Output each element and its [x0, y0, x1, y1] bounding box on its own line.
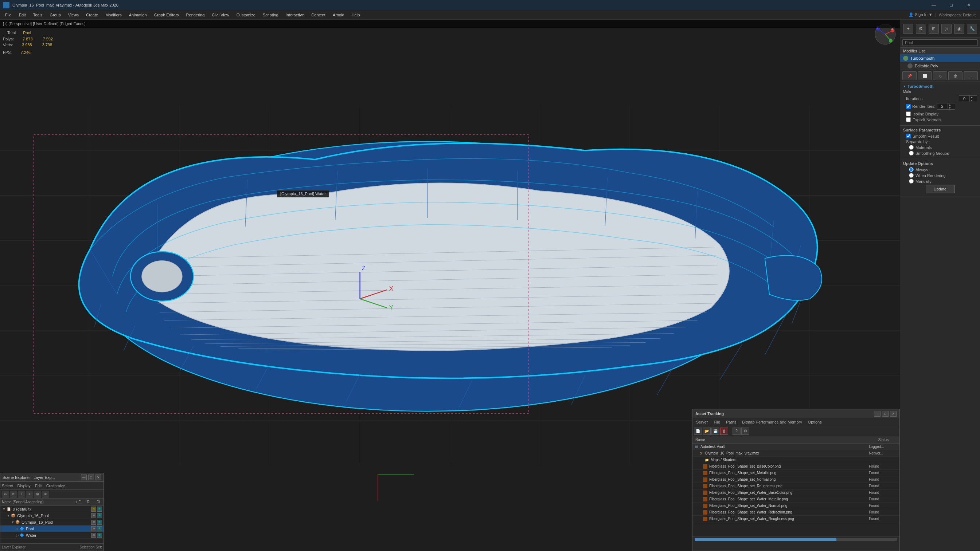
at-new-btn[interactable]: 📄 [694, 427, 702, 435]
at-item-metallic[interactable]: Fiberglass_Pool_Shape_set_Metallic.png F… [692, 470, 899, 476]
iterations-up[interactable]: ▲ [970, 95, 974, 99]
at-close-btn[interactable]: ✕ [890, 411, 897, 417]
utilities-panel-btn[interactable]: 🔧 [967, 24, 977, 34]
at-menu-paths[interactable]: Paths [724, 419, 738, 425]
render-iters-up[interactable]: ▲ [948, 103, 952, 106]
show-end-result-btn[interactable]: ⬜ [918, 71, 932, 80]
at-menu-file[interactable]: File [712, 419, 722, 425]
menu-modifiers[interactable]: Modifiers [102, 12, 126, 18]
se-restore-btn[interactable]: □ [88, 475, 94, 480]
smooth-result-checkbox[interactable] [906, 133, 911, 138]
se-add-layer-btn[interactable]: + [18, 491, 25, 497]
object-search-input[interactable] [902, 39, 978, 46]
se-filter-btn[interactable]: ⊘ [2, 491, 9, 497]
se-tab-edit[interactable]: Edit [35, 484, 42, 488]
at-menu-server[interactable]: Server [695, 419, 709, 425]
render-iters-arrows[interactable]: ▲ ▼ [948, 103, 952, 110]
menu-scripting[interactable]: Scripting [259, 12, 282, 18]
se-options-btn[interactable]: ≡ [26, 491, 33, 497]
se-item-default-layer[interactable]: ▼ 📋 0 (default) ☀ 👁 [0, 506, 103, 512]
smoothing-groups-radio[interactable] [909, 151, 914, 156]
at-menu-bitmap[interactable]: Bitmap Performance and Memory [741, 419, 803, 425]
at-item-normal[interactable]: Fiberglass_Pool_Shape_set_Normal.png Fou… [692, 476, 899, 483]
se-cols-btn[interactable]: ⊞ [34, 491, 41, 497]
at-menu-options[interactable]: Options [807, 419, 823, 425]
se-tab-select[interactable]: Select [2, 484, 13, 488]
isoline-display-checkbox[interactable] [906, 111, 911, 116]
pin-stack-btn[interactable]: 📌 [902, 71, 916, 80]
menu-rendering[interactable]: Rendering [183, 12, 208, 18]
minimize-button[interactable]: — [925, 0, 942, 10]
menu-help[interactable]: Help [348, 12, 364, 18]
at-item-roughness[interactable]: Fiberglass_Pool_Shape_set_Roughness.png … [692, 483, 899, 489]
close-button[interactable]: ✕ [960, 0, 977, 10]
menu-interactive[interactable]: Interactive [282, 12, 308, 18]
configure-modifier-btn[interactable]: ⋯ [964, 71, 978, 80]
at-item-water-basecolor[interactable]: Fiberglass_Pool_Shape_set_Water_BaseColo… [692, 489, 899, 496]
create-panel-btn[interactable]: ✦ [903, 24, 913, 34]
menu-create[interactable]: Create [83, 12, 102, 18]
menu-views[interactable]: Views [65, 12, 83, 18]
make-unique-btn[interactable]: ◇ [933, 71, 947, 80]
se-freeze-btn[interactable]: ❄ [42, 491, 49, 497]
se-item-pool[interactable]: ▷ 🔷 Pool ❄ 👁 [0, 526, 103, 532]
at-settings-btn[interactable]: ⚙ [741, 427, 749, 435]
at-delete-btn[interactable]: 🗑 [720, 427, 728, 435]
motion-panel-btn[interactable]: ▷ [941, 24, 951, 34]
se-item-olympia-pool-group[interactable]: ▼ 📦 Olympia_16_Pool ❄ 👁 [0, 512, 103, 519]
display-panel-btn[interactable]: ◉ [954, 24, 964, 34]
menu-tools[interactable]: Tools [30, 12, 46, 18]
at-item-water-normal[interactable]: Fiberglass_Pool_Shape_set_Water_Normal.p… [692, 503, 899, 509]
modifier-turbosmooth[interactable]: TurboSmooth [900, 55, 980, 62]
at-item-water-roughness[interactable]: Fiberglass_Pool_Shape_set_Water_Roughnes… [692, 516, 899, 522]
se-item-olympia-pool[interactable]: ▼ 📦 Olympia_16_Pool ❄ 👁 [0, 519, 103, 526]
se-tab-display[interactable]: Display [18, 484, 30, 488]
modifier-editable-poly[interactable]: Editable Poly [900, 62, 980, 70]
at-help-btn[interactable]: ? [733, 427, 741, 435]
at-item-basecolor[interactable]: Fiberglass_Pool_Shape_set_BaseColor.png … [692, 463, 899, 470]
modifier-eye-icon[interactable] [903, 56, 908, 61]
remove-modifier-btn[interactable]: 🗑 [948, 71, 963, 80]
at-open-btn[interactable]: 📂 [703, 427, 711, 435]
maximize-button[interactable]: □ [943, 0, 959, 10]
materials-radio[interactable] [909, 145, 914, 150]
explicit-normals-checkbox[interactable] [906, 117, 911, 122]
se-tab-customize[interactable]: Customize [46, 484, 65, 488]
editable-poly-eye-icon[interactable] [907, 64, 913, 68]
at-save-btn[interactable]: 💾 [711, 427, 719, 435]
iterations-spinner[interactable]: ▲ ▼ [959, 95, 977, 102]
at-restore-btn[interactable]: □ [882, 411, 889, 417]
hierarchy-panel-btn[interactable]: ⊞ [929, 24, 939, 34]
when-rendering-radio[interactable] [909, 173, 914, 178]
manually-radio[interactable] [909, 179, 914, 184]
menu-group[interactable]: Group [46, 12, 65, 18]
sign-in-button[interactable]: 👤 Sign In ▼ [906, 13, 935, 17]
at-item-autodesk-vault[interactable]: 🏛 Autodesk Vault Logged... [692, 443, 899, 450]
at-item-maps-folder[interactable]: 📁 Maps / Shaders [692, 457, 899, 463]
menu-edit[interactable]: Edit [15, 12, 30, 18]
at-minimize-btn[interactable]: — [874, 411, 880, 417]
menu-customize[interactable]: Customize [233, 12, 259, 18]
render-iters-input[interactable] [937, 104, 948, 108]
se-close-btn[interactable]: ✕ [95, 475, 101, 480]
modify-panel-btn[interactable]: ⚙ [916, 24, 926, 34]
menu-civil-view[interactable]: Civil View [208, 12, 232, 18]
se-item-water[interactable]: ▷ 🔷 Water ❄ 👁 [0, 532, 103, 538]
iterations-down[interactable]: ▼ [970, 99, 974, 102]
menu-file[interactable]: File [2, 12, 15, 18]
menu-graph-editors[interactable]: Graph Editors [151, 12, 183, 18]
iterations-input[interactable] [959, 97, 969, 101]
render-iters-checkbox[interactable] [906, 104, 911, 109]
se-sync-btn[interactable]: ⟳ [10, 491, 17, 497]
se-minimize-btn[interactable]: — [81, 475, 87, 480]
render-iters-down[interactable]: ▼ [948, 106, 952, 110]
at-item-water-metallic[interactable]: Fiberglass_Pool_Shape_set_Water_Metallic… [692, 496, 899, 503]
iterations-arrows[interactable]: ▲ ▼ [969, 95, 974, 102]
at-item-water-refraction[interactable]: Fiberglass_Pool_Shape_set_Water_Refracti… [692, 509, 899, 516]
menu-content[interactable]: Content [308, 12, 329, 18]
update-button[interactable]: Update [926, 185, 955, 193]
always-radio[interactable] [909, 167, 914, 172]
menu-animation[interactable]: Animation [126, 12, 151, 18]
render-iters-spinner[interactable]: ▲ ▼ [937, 103, 955, 110]
at-item-max-file[interactable]: 3 Olympia_16_Pool_max_vray.max Networ... [692, 450, 899, 457]
